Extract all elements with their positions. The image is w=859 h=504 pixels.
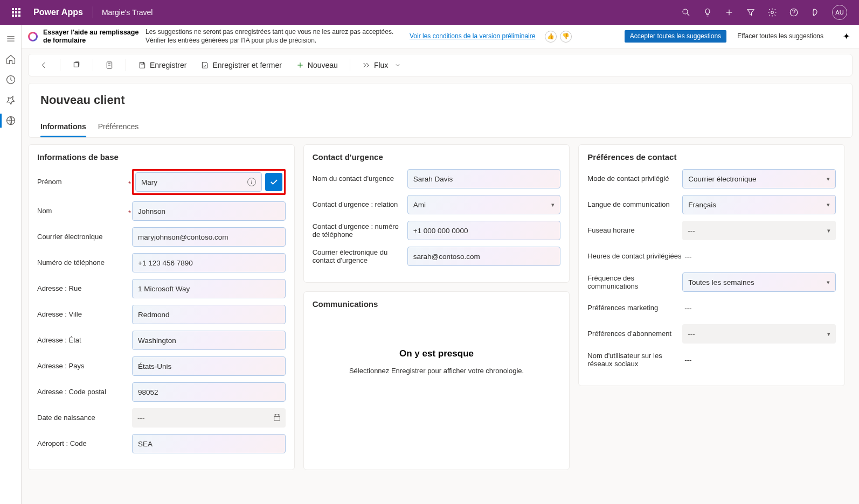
hours-label: Heures de contact privilégiées <box>587 252 682 261</box>
tab-preferences[interactable]: Préférences <box>98 122 138 137</box>
dob-input[interactable]: --- <box>132 408 286 428</box>
banner-title: Essayer l'aide au remplissage de formula… <box>43 29 140 45</box>
plus-icon[interactable] <box>724 8 734 17</box>
svg-point-0 <box>683 9 688 14</box>
sub-label: Préférences d'abonnement <box>587 330 682 338</box>
lightbulb-icon[interactable] <box>703 8 712 17</box>
social-label: Nom d'utilisateur sur les réseaux sociau… <box>587 352 682 368</box>
freq-input[interactable]: Toutes les semaines▾ <box>682 272 836 292</box>
zip-label: Adresse : Code postal <box>37 388 132 396</box>
back-button[interactable] <box>36 59 51 72</box>
mode-label: Mode de contact privilégié <box>587 174 682 183</box>
basic-info-card: Informations de base Prénom Mary i <box>28 144 295 470</box>
zip-input[interactable]: 98052 <box>132 382 286 402</box>
airport-label: Aéroport : Code <box>37 439 132 448</box>
ec-rel-input[interactable]: Ami▾ <box>407 195 561 214</box>
save-button[interactable]: Enregistrer <box>135 59 190 72</box>
copilot-badge-icon <box>28 32 38 41</box>
country-label: Adresse : Pays <box>37 362 132 370</box>
search-icon[interactable] <box>681 8 691 17</box>
info-icon[interactable]: i <box>247 178 256 186</box>
mkt-label: Préférences marketing <box>587 304 682 312</box>
filter-icon[interactable] <box>746 8 756 17</box>
street-label: Adresse : Rue <box>37 284 132 293</box>
mkt-value: --- <box>682 304 691 312</box>
tz-label: Fuseau horaire <box>587 226 682 235</box>
firstname-label: Prénom <box>37 178 132 186</box>
empty-subtitle: Sélectionnez Enregistrer pour afficher v… <box>318 367 556 375</box>
lastname-label: Nom <box>37 207 132 215</box>
thumbs-up-icon[interactable]: 👍 <box>545 31 557 43</box>
accept-all-button[interactable]: Accepter toutes les suggestions <box>625 30 726 43</box>
dob-label: Date de naissance <box>37 414 132 422</box>
phone-label: Numéro de téléphone <box>37 258 132 267</box>
globe-icon[interactable] <box>5 115 16 126</box>
ai-banner: Essayer l'aide au remplissage de formula… <box>22 25 859 48</box>
ec-email-input[interactable]: sarah@contoso.com <box>407 247 561 266</box>
sub-input[interactable]: ---▾ <box>682 324 836 344</box>
environment-name: Margie's Travel <box>96 8 153 17</box>
chevron-down-icon: ▾ <box>551 201 555 208</box>
new-button[interactable]: Nouveau <box>293 59 341 72</box>
lang-label: Langue de communication <box>587 200 682 209</box>
empty-title: On y est presque <box>318 348 556 359</box>
home-icon[interactable] <box>5 54 16 65</box>
tz-input[interactable]: ---▾ <box>682 221 836 240</box>
country-input[interactable]: États-Unis <box>132 356 286 376</box>
ec-email-label: Courrier électronique du contact d'urgen… <box>313 248 407 265</box>
avatar[interactable]: AU <box>832 5 847 20</box>
top-bar: Power Apps Margie's Travel AU <box>0 0 859 25</box>
svg-rect-16 <box>274 415 280 421</box>
city-input[interactable]: Redmond <box>132 305 286 324</box>
lastname-input[interactable]: Johnson <box>132 201 286 221</box>
email-input[interactable]: maryjohnson@contoso.com <box>132 227 286 247</box>
card-title: Communications <box>313 299 561 309</box>
card-title: Préférences de contact <box>587 152 836 162</box>
ec-name-label: Nom du contact d'urgence <box>313 174 407 183</box>
airport-input[interactable]: SEA <box>132 434 286 453</box>
menu-icon[interactable] <box>5 33 16 44</box>
app-launcher-icon[interactable] <box>5 8 27 17</box>
ec-name-input[interactable]: Sarah Davis <box>407 169 561 188</box>
street-input[interactable]: 1 Microsoft Way <box>132 279 286 298</box>
clear-all-button[interactable]: Effacer toutes les suggestions <box>732 30 829 43</box>
pin-icon[interactable] <box>5 95 16 106</box>
recent-icon[interactable] <box>5 74 16 85</box>
flow-button[interactable]: Flux <box>359 59 404 72</box>
mode-input[interactable]: Courrier électronique▾ <box>682 169 836 188</box>
save-close-button[interactable]: Enregistrer et fermer <box>197 59 285 72</box>
lang-input[interactable]: Français▾ <box>682 195 836 214</box>
firstname-input[interactable]: Mary i <box>135 172 262 192</box>
open-new-window-button[interactable] <box>69 59 84 72</box>
ec-phone-input[interactable]: +1 000 000 0000 <box>407 221 561 240</box>
gear-icon[interactable] <box>767 8 777 17</box>
page-header: Nouveau client Informations Préférences <box>28 83 853 138</box>
svg-rect-13 <box>141 62 143 64</box>
help-icon[interactable] <box>789 8 799 17</box>
state-label: Adresse : État <box>37 336 132 345</box>
state-input[interactable]: Washington <box>132 331 286 350</box>
copilot-launcher-icon[interactable]: ✦ <box>840 30 853 43</box>
communications-card: Communications On y est presque Sélectio… <box>303 291 570 470</box>
chevron-down-icon: ▾ <box>827 279 830 286</box>
calendar-icon[interactable] <box>273 413 281 423</box>
copilot-icon[interactable] <box>810 8 820 17</box>
tab-informations[interactable]: Informations <box>40 122 86 137</box>
svg-line-1 <box>687 13 689 16</box>
banner-text: Les suggestions ne seront pas enregistré… <box>146 28 404 45</box>
svg-point-4 <box>771 11 774 14</box>
svg-rect-11 <box>74 63 78 67</box>
chevron-down-icon: ▾ <box>827 201 830 208</box>
contact-pref-card: Préférences de contact Mode de contact p… <box>578 144 845 386</box>
thumbs-down-icon[interactable]: 👎 <box>560 31 572 43</box>
city-label: Adresse : Ville <box>37 310 132 319</box>
freq-label: Fréquence des communications <box>587 274 682 291</box>
phone-input[interactable]: +1 123 456 7890 <box>132 253 286 272</box>
email-label: Courrier électronique <box>37 233 132 241</box>
hours-value: --- <box>682 253 691 261</box>
emergency-contact-card: Contact d'urgence Nom du contact d'urgen… <box>303 144 570 283</box>
task-button[interactable] <box>102 59 117 72</box>
left-rail <box>0 25 22 504</box>
preview-terms-link[interactable]: Voir les conditions de la version prélim… <box>410 32 535 40</box>
accept-suggestion-button[interactable] <box>265 173 282 191</box>
